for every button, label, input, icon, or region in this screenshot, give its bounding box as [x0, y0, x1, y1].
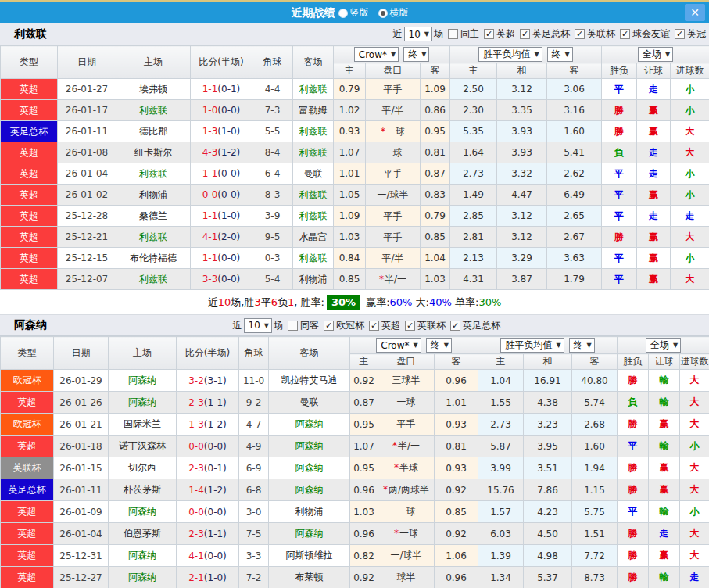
match-row: 英超26-01-08纽卡斯尔4-3(1-2)8-4利兹联1.07一球0.811.…	[1, 142, 709, 163]
col-home: 主场	[116, 46, 191, 79]
match-score: 1-3(1-2)	[177, 414, 239, 436]
col-avg-away: 客	[572, 354, 618, 370]
corner-count: 9-2	[239, 392, 269, 414]
away-team: 利兹联	[293, 248, 334, 269]
col-avg-away: 客	[547, 63, 602, 79]
same-home-checkbox[interactable]	[448, 29, 458, 39]
corner-count: 8-3	[252, 185, 293, 206]
home-team: 纽卡斯尔	[116, 142, 191, 163]
avg-draw-odds: 3.12	[497, 227, 547, 248]
league-checkbox[interactable]	[369, 321, 379, 331]
result-handicap: 赢	[649, 457, 680, 479]
handicap-home-odds: 1.07	[334, 142, 366, 163]
league-checkbox[interactable]	[405, 321, 415, 331]
league-checkbox[interactable]	[450, 321, 460, 331]
league-checkbox[interactable]	[675, 29, 685, 39]
handicap-line: 球半	[378, 567, 435, 588]
away-team: 水晶宫	[293, 227, 334, 248]
match-score: 4-1(2-0)	[191, 227, 252, 248]
result-handicap: 赢	[637, 227, 671, 248]
avg-home-odds: 1.49	[450, 185, 497, 206]
match-score: 3-2(3-1)	[177, 370, 239, 392]
avg-draw-odds: 4.50	[524, 523, 572, 545]
league-type-badge: 英超	[1, 79, 58, 100]
col-goals-result: 进球数	[680, 354, 709, 370]
avg-away-odds: 2.68	[572, 414, 618, 436]
col-type: 类型	[1, 337, 54, 370]
avg-away-odds: 3.16	[547, 100, 602, 121]
final-select[interactable]: 终▼	[569, 338, 595, 353]
result-winlose: 勝	[602, 121, 637, 142]
match-score: 1-3(1-0)	[191, 121, 252, 142]
final-select[interactable]: 终▼	[547, 47, 573, 62]
match-count-select[interactable]: 10▼	[404, 27, 432, 41]
col-odds-home: 主	[350, 354, 378, 370]
avg-select[interactable]: 胜平负均值▼	[500, 338, 564, 353]
section-header-leeds: 利兹联 近 10▼ 场 同主 英超 英足总杯 英联杯 球会友谊 英冠	[0, 23, 709, 45]
avg-home-odds: 1.55	[478, 392, 524, 414]
layout-horizontal-option[interactable]: 横版	[378, 6, 409, 20]
corner-count: 3-0	[239, 501, 269, 523]
home-team: 诺丁汉森林	[109, 436, 177, 457]
avg-away-odds: 3.63	[547, 248, 602, 269]
avg-select[interactable]: 胜平负均值▼	[478, 47, 542, 62]
scope-select[interactable]: 全场▼	[638, 47, 673, 62]
result-handicap: 赢	[649, 479, 680, 501]
radio-unselected-icon[interactable]	[338, 9, 348, 18]
scope-group-header: 全场▼	[618, 337, 709, 354]
chevron-down-icon: ▼	[556, 342, 560, 349]
league-checkbox[interactable]	[575, 29, 585, 39]
handicap-away-odds: 0.92	[435, 479, 478, 501]
handicap-line: *一球	[378, 523, 435, 545]
handicap-away-odds: 0.85	[421, 227, 450, 248]
col-goals-result: 进球数	[671, 63, 709, 79]
handicap-away-odds: 0.87	[421, 163, 450, 185]
result-goals: 小	[671, 185, 709, 206]
result-handicap: 輸	[649, 370, 680, 392]
away-team: 利兹联	[293, 185, 334, 206]
final-select[interactable]: 终▼	[426, 338, 452, 353]
result-handicap: 赢	[649, 545, 680, 567]
avg-home-odds: 1.34	[478, 567, 524, 588]
corner-count: 4-9	[239, 436, 269, 457]
avg-draw-odds: 3.12	[497, 206, 547, 227]
result-handicap: 走	[637, 206, 671, 227]
avg-away-odds: 3.06	[547, 79, 602, 100]
home-team: 布伦特福德	[116, 248, 191, 269]
result-goals: 大	[680, 414, 709, 436]
same-away-checkbox[interactable]	[288, 321, 298, 331]
avg-away-odds: 1.60	[547, 121, 602, 142]
match-date: 25-12-31	[54, 545, 109, 567]
layout-vertical-option[interactable]: 竖版	[338, 6, 369, 20]
home-team: 伯恩茅斯	[109, 523, 177, 545]
league-checkbox[interactable]	[324, 321, 334, 331]
col-odds-line: 盘口	[366, 63, 421, 79]
home-team: 朴茨茅斯	[109, 479, 177, 501]
home-team: 德比郡	[116, 121, 191, 142]
col-corner: 角球	[252, 46, 293, 79]
league-checkbox[interactable]	[620, 29, 630, 39]
away-team: 富勒姆	[293, 100, 334, 121]
result-handicap: 赢	[637, 248, 671, 269]
bookmaker-select[interactable]: Crow*▼	[354, 47, 399, 62]
radio-selected-icon[interactable]	[378, 9, 388, 18]
scope-select[interactable]: 全场▼	[646, 338, 681, 353]
home-team: 利兹联	[116, 269, 191, 290]
away-team: 布莱顿	[269, 567, 350, 588]
page-title: 近期战绩	[292, 6, 335, 20]
bookmaker-select[interactable]: Crow*▼	[376, 338, 421, 353]
result-handicap: 走	[637, 142, 671, 163]
league-checkbox[interactable]	[520, 29, 530, 39]
match-row: 英超26-01-18诺丁汉森林0-0(0-0)4-9阿森纳1.07*半/一0.8…	[1, 436, 709, 457]
handicap-home-odds: 0.84	[334, 248, 366, 269]
handicap-away-odds: 0.81	[421, 142, 450, 163]
chevron-down-icon: ▼	[413, 342, 417, 349]
match-count-select[interactable]: 10▼	[244, 318, 272, 333]
final-select[interactable]: 终▼	[403, 47, 429, 62]
league-checkbox[interactable]	[484, 29, 494, 39]
close-icon[interactable]: ✕	[685, 4, 705, 21]
result-goals: 小	[680, 501, 709, 523]
col-avg-draw: 和	[497, 63, 547, 79]
result-goals: 大	[671, 121, 709, 142]
result-winlose: 平	[602, 269, 637, 290]
